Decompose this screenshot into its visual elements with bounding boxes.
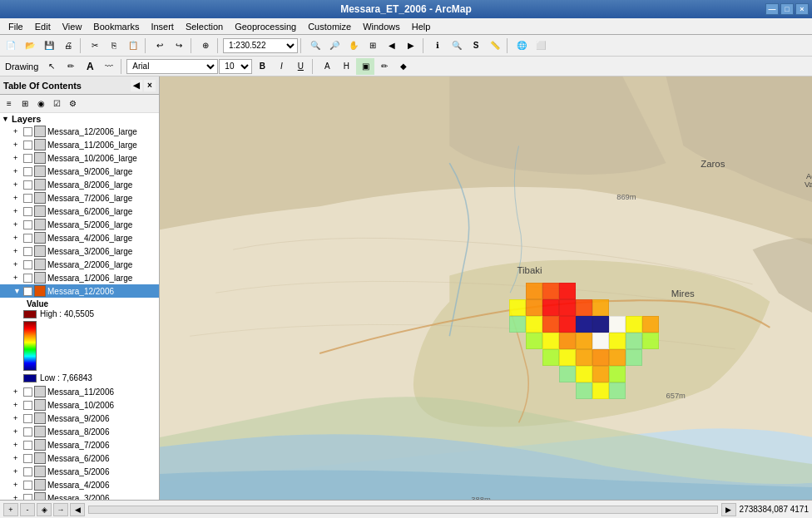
checkbox-19[interactable] (23, 467, 32, 476)
cut-button[interactable]: ✂ (86, 37, 104, 54)
paste-button[interactable]: 📋 (124, 37, 142, 54)
zoom-out-status-button[interactable]: - (20, 503, 35, 516)
scale-dropdown[interactable]: 1:230.522 (223, 38, 298, 53)
toc-item-7[interactable]: +Messara_5/2006_large (0, 218, 159, 231)
menu-edit[interactable]: Edit (30, 20, 56, 33)
checkbox-11[interactable] (23, 274, 32, 283)
bold-button[interactable]: B (253, 58, 271, 75)
horizontal-scrollbar[interactable] (88, 506, 718, 514)
italic-button[interactable]: I (272, 58, 290, 75)
find-button[interactable]: 🔍 (448, 37, 466, 54)
toc-item-2[interactable]: +Messara_10/2006_large (0, 151, 159, 165)
checkbox-16[interactable] (23, 427, 32, 437)
line-color-button[interactable]: ✏ (375, 58, 394, 75)
toc-item-11[interactable]: +Messara_1/2006_large (0, 271, 159, 284)
toc-item-9[interactable]: +Messara_3/2006_large (0, 244, 159, 258)
toc-by-source-button[interactable]: ⊞ (17, 96, 32, 111)
zoom-out-button[interactable]: 🔎 (325, 37, 344, 54)
new-button[interactable]: 📄 (2, 37, 20, 54)
toc-list-view-button[interactable]: ≡ (2, 96, 17, 111)
toc-item-17[interactable]: +Messara_7/2006 (0, 438, 159, 451)
toc-item-13[interactable]: +Messara_11/2006 (0, 385, 159, 398)
checkbox-4[interactable] (23, 180, 32, 190)
draw-text-button[interactable]: A (81, 58, 99, 75)
underline-button[interactable]: U (291, 58, 309, 75)
font-color-button[interactable]: A (318, 58, 336, 75)
font-name-dropdown[interactable]: Arial (126, 59, 218, 74)
toc-by-visibility-button[interactable]: ◉ (33, 96, 48, 111)
toc-item-21[interactable]: +Messara_3/2006 (0, 491, 159, 500)
highlight-button[interactable]: H (337, 58, 355, 75)
maximize-button[interactable]: □ (780, 3, 794, 15)
pan-button[interactable]: ✋ (344, 37, 363, 54)
menu-view[interactable]: View (57, 20, 87, 33)
undo-button[interactable]: ↩ (151, 37, 169, 54)
toc-pin-button[interactable]: ◀ (131, 80, 142, 91)
toc-item-20[interactable]: +Messara_4/2006 (0, 478, 159, 491)
toc-content[interactable]: ▼ Layers +Messara_12/2006_large+Messara_… (0, 113, 159, 500)
identify-button[interactable]: ℹ (428, 37, 447, 54)
font-size-dropdown[interactable]: 10 (219, 59, 252, 74)
toc-item-3[interactable]: +Messara_9/2006_large (0, 165, 159, 178)
layout-button[interactable]: ⬜ (532, 37, 550, 54)
back-status-button[interactable]: ◀ (70, 503, 85, 516)
toc-item-18[interactable]: +Messara_6/2006 (0, 451, 159, 465)
fill-color-button[interactable]: ▣ (356, 58, 374, 75)
toc-by-selection-button[interactable]: ☑ (49, 96, 64, 111)
toc-close-button[interactable]: × (144, 80, 156, 91)
menu-selection[interactable]: Selection (181, 20, 228, 33)
checkbox-10[interactable] (23, 260, 32, 269)
checkbox-9[interactable] (23, 247, 32, 256)
toc-options-button[interactable]: ⚙ (65, 96, 80, 111)
zoom-in-button[interactable]: 🔍 (306, 37, 324, 54)
menu-customize[interactable]: Customize (303, 20, 356, 33)
toc-item-16[interactable]: +Messara_8/2006 (0, 425, 159, 438)
zoom-in-status-button[interactable]: + (3, 503, 18, 516)
checkbox-0[interactable] (23, 127, 32, 136)
draw-spline-button[interactable]: 〰 (100, 58, 118, 75)
checkbox-2[interactable] (23, 154, 32, 163)
back-extent-button[interactable]: ◀ (383, 37, 401, 54)
pan-status-button[interactable]: ◈ (37, 503, 52, 516)
identify-status-button[interactable]: → (53, 503, 68, 516)
forward-extent-button[interactable]: ▶ (402, 37, 420, 54)
draw-select-button[interactable]: ↖ (42, 58, 61, 75)
checkbox-5[interactable] (23, 194, 32, 203)
checkbox-21[interactable] (23, 494, 32, 501)
checkbox-12[interactable] (23, 287, 32, 296)
toc-item-4[interactable]: +Messara_8/2006_large (0, 178, 159, 191)
checkbox-18[interactable] (23, 454, 32, 463)
checkbox-1[interactable] (23, 141, 32, 150)
checkbox-8[interactable] (23, 234, 32, 243)
save-button[interactable]: 💾 (40, 37, 58, 54)
toc-item-0[interactable]: +Messara_12/2006_large (0, 125, 159, 138)
toc-item-5[interactable]: +Messara_7/2006_large (0, 191, 159, 205)
menu-insert[interactable]: Insert (146, 20, 179, 33)
menu-geoprocessing[interactable]: Geoprocessing (230, 20, 301, 33)
toc-item-6[interactable]: +Messara_6/2006_large (0, 205, 159, 218)
toc-item-1[interactable]: +Messara_11/2006_large (0, 138, 159, 151)
close-button[interactable]: × (795, 3, 809, 15)
checkbox-17[interactable] (23, 441, 32, 450)
checkbox-15[interactable] (23, 414, 32, 423)
toc-item-14[interactable]: +Messara_10/2006 (0, 398, 159, 412)
menu-windows[interactable]: Windows (358, 20, 405, 33)
minimize-button[interactable]: — (765, 3, 779, 15)
redo-button[interactable]: ↪ (170, 37, 188, 54)
checkbox-3[interactable] (23, 167, 32, 176)
checkbox-7[interactable] (23, 220, 32, 229)
menu-help[interactable]: Help (407, 20, 436, 33)
print-button[interactable]: 🖨 (59, 37, 77, 54)
shadow-button[interactable]: ◆ (394, 58, 413, 75)
map-area[interactable]: Zaros Agia Varvara IRAKLIO PREF. Tibaki … (160, 76, 812, 500)
toc-item-8[interactable]: +Messara_4/2006_large (0, 231, 159, 244)
open-button[interactable]: 📂 (21, 37, 39, 54)
copy-button[interactable]: ⎘ (105, 37, 123, 54)
checkbox-14[interactable] (23, 401, 32, 410)
measure-button[interactable]: 📏 (486, 37, 504, 54)
globe-button[interactable]: 🌐 (512, 37, 531, 54)
add-data-button[interactable]: ⊕ (196, 37, 215, 54)
checkbox-20[interactable] (23, 481, 32, 490)
full-extent-button[interactable]: ⊞ (364, 37, 382, 54)
toc-item-19[interactable]: +Messara_5/2006 (0, 465, 159, 478)
